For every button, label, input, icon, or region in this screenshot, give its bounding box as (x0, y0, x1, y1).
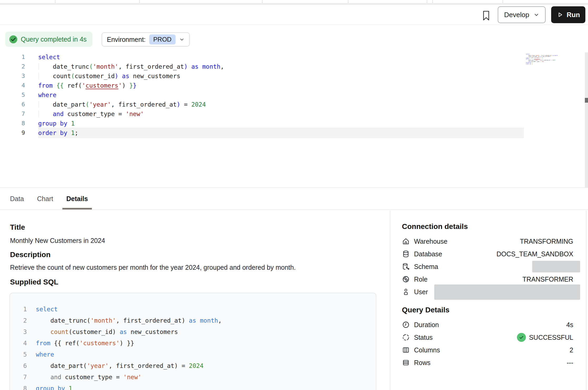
environment-label: Environment: (107, 36, 146, 43)
detail-row-duration: Duration4s (402, 318, 573, 331)
code-line: 9order by 1; (526, 63, 558, 65)
tab-chart[interactable]: Chart (37, 188, 53, 209)
sql-editor[interactable]: 1select2 date_trunc('month', first_order… (0, 52, 524, 138)
title-value: Monthly New Customers in 2024 (10, 237, 105, 244)
description-heading: Description (10, 251, 51, 259)
supplied-sql-heading: Supplied SQL (10, 278, 58, 286)
user-icon (402, 288, 410, 296)
line-number: 8 (0, 119, 25, 128)
line-number: 3 (10, 326, 27, 338)
detail-value: TRANSFORMING (520, 238, 573, 245)
supplied-sql-code-block: 1select2 date_trunc('month', first_order… (9, 293, 376, 390)
detail-row-warehouse: WarehouseTRANSFORMING (402, 235, 573, 248)
detail-value: --- (567, 359, 573, 367)
window-tab-divider (432, 0, 433, 3)
line-number: 1 (10, 304, 27, 315)
code-line: 7 and customer_type = 'new' (10, 372, 376, 383)
detail-row-columns: Columns2 (402, 344, 573, 356)
redacted-value (532, 261, 580, 272)
line-number: 5 (0, 90, 25, 100)
indent-guide (38, 73, 39, 79)
line-number: 6 (0, 100, 25, 109)
detail-label: Role (414, 276, 427, 283)
detail-row-rows: Rows--- (402, 356, 573, 369)
indent-guide (38, 63, 39, 70)
duration-icon (402, 321, 410, 329)
redacted-value (434, 284, 580, 300)
environment-dropdown[interactable]: Environment: PROD (102, 32, 190, 47)
code-line: 1select (10, 304, 376, 315)
status-success-badge: SUCCESSFUL (517, 333, 573, 342)
code-line: 2 date_trunc('month', first_ordered_at) … (10, 315, 376, 326)
panel-divider (390, 211, 390, 390)
editor-scrollbar-track[interactable] (585, 52, 588, 199)
line-number: 2 (10, 315, 27, 326)
detail-row-role: RoleTRANSFORMER (402, 273, 573, 286)
query-status-badge: Query completed in 4s (5, 32, 92, 47)
window-tab-divider (139, 0, 139, 3)
query-status-text: Query completed in 4s (21, 36, 87, 43)
query-details-rows: Duration4sStatusSUCCESSFULColumns2Rows--… (402, 318, 573, 369)
code-line: 2 date_trunc('month', first_ordered_at) … (0, 62, 524, 71)
bookmark-icon (482, 10, 491, 21)
window-tab-divider (262, 0, 262, 3)
check-circle-icon (517, 333, 526, 342)
develop-dropdown-button[interactable]: Develop (498, 6, 546, 23)
code-line: 1select (0, 52, 524, 62)
window-tab-divider (55, 0, 55, 3)
detail-value: TRANSFORMER (522, 276, 573, 283)
bookmark-button[interactable] (481, 9, 491, 22)
line-number: 8 (10, 383, 27, 390)
code-line: 8group by 1 (0, 119, 524, 128)
detail-value: 2 (570, 346, 573, 354)
query-details-heading: Query Details (402, 306, 450, 314)
schema-icon (402, 263, 410, 271)
code-line: 5where (0, 90, 524, 100)
tab-details[interactable]: Details (66, 188, 88, 209)
columns-icon (402, 346, 410, 354)
editor-scrollbar-handle[interactable] (585, 98, 588, 103)
title-heading: Title (10, 223, 25, 232)
window-tabs-strip[interactable] (0, 0, 588, 3)
window-tab-divider (503, 0, 503, 3)
code-line: 4from {{ ref('customers') }} (10, 338, 376, 349)
window-tabs-shadow (0, 3, 588, 5)
line-number: 1 (0, 52, 25, 62)
editor-minimap[interactable]: 1select2 date_trunc('month', first_order… (526, 54, 558, 64)
rows-icon (402, 359, 410, 367)
line-number: 4 (0, 81, 25, 90)
code-line: 4from {{ ref('customers') }} (0, 81, 524, 90)
detail-value: SUCCESSFUL (529, 334, 573, 341)
code-line: 7 and customer_type = 'new' (0, 109, 524, 119)
detail-value: 4s (566, 321, 573, 329)
environment-value-chip: PROD (149, 34, 175, 44)
code-line: 6 date_part('year', first_ordered_at) = … (10, 360, 376, 372)
detail-value: DOCS_TEAM_SANDBOX (496, 250, 573, 258)
tab-data[interactable]: Data (10, 188, 24, 209)
line-number: 5 (10, 349, 27, 360)
description-value: Retrieve the count of new customers per … (10, 264, 296, 271)
connection-details-rows: WarehouseTRANSFORMINGDatabaseDOCS_TEAM_S… (402, 235, 573, 298)
chevron-down-icon (534, 12, 539, 18)
detail-label: Warehouse (414, 238, 447, 245)
code-line: 6 date_part('year', first_ordered_at) = … (0, 100, 524, 109)
toolbar-divider (0, 24, 588, 25)
right-edge-divider (586, 211, 586, 390)
line-number: 3 (0, 71, 25, 81)
window-tab-divider (427, 0, 427, 3)
detail-label: Schema (414, 263, 438, 271)
detail-label: User (414, 288, 428, 296)
window-tab-divider (348, 0, 348, 3)
line-number: 6 (10, 360, 27, 372)
role-icon (402, 275, 410, 283)
indent-guide (38, 111, 39, 117)
results-tabs: DataChartDetails (0, 187, 588, 210)
detail-row-user: User (402, 286, 573, 298)
run-button[interactable]: Run (551, 6, 585, 23)
line-number: 2 (0, 62, 25, 71)
line-number: 7 (10, 372, 27, 383)
detail-label: Database (414, 250, 442, 258)
line-number: 9 (0, 128, 25, 138)
develop-label: Develop (504, 11, 529, 19)
play-icon (557, 11, 564, 18)
